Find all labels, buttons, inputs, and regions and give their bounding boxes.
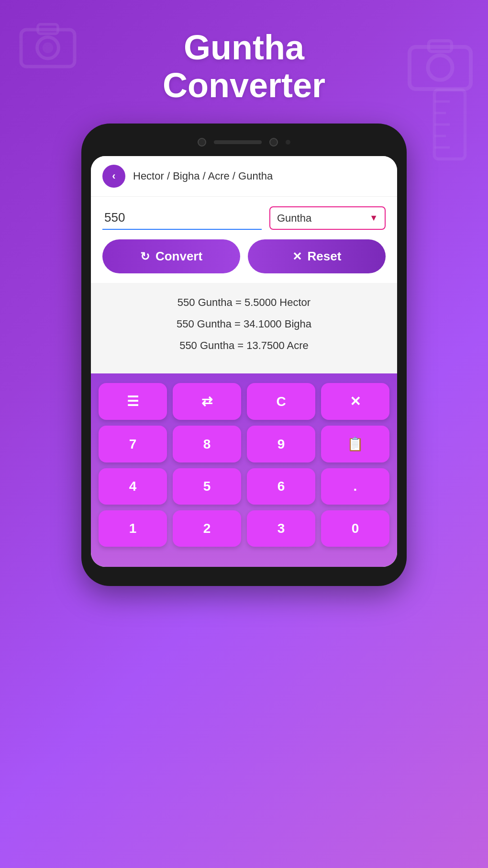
key-8[interactable]: 8 — [173, 426, 241, 462]
svg-point-3 — [43, 43, 53, 53]
phone-mockup: ‹ Hector / Bigha / Acre / Guntha Guntha … — [81, 124, 407, 586]
key-menu[interactable]: ☰ — [99, 383, 167, 420]
key-2-label: 2 — [203, 521, 211, 536]
keyboard: ☰ ⇄ C ✕ 7 8 — [91, 373, 397, 567]
key-9-label: 9 — [277, 437, 285, 452]
phone-camera-left — [198, 138, 206, 147]
delete-icon: ✕ — [350, 394, 361, 409]
key-dot[interactable]: . — [321, 468, 389, 505]
back-button[interactable]: ‹ — [102, 165, 125, 188]
key-5[interactable]: 5 — [173, 468, 241, 505]
unit-select[interactable]: Guntha ▼ — [269, 206, 386, 230]
reset-label: Reset — [308, 249, 342, 264]
phone-camera-right — [269, 138, 278, 147]
key-6[interactable]: 6 — [247, 468, 315, 505]
svg-rect-0 — [21, 30, 75, 67]
result-line-2: 550 Guntha = 34.1000 Bigha — [100, 316, 388, 332]
convert-icon: ↻ — [140, 250, 150, 263]
reset-button[interactable]: ✕ Reset — [248, 239, 386, 273]
key-3-label: 3 — [277, 521, 285, 536]
key-clear[interactable]: C — [247, 383, 315, 420]
phone-speaker — [214, 140, 262, 144]
back-icon: ‹ — [112, 171, 115, 181]
reset-icon: ✕ — [292, 250, 302, 263]
swap-icon: ⇄ — [201, 394, 212, 409]
key-1-label: 1 — [129, 521, 137, 536]
key-3[interactable]: 3 — [247, 510, 315, 547]
convert-button[interactable]: ↻ Convert — [102, 239, 240, 273]
result-line-3: 550 Guntha = 13.7500 Acre — [100, 338, 388, 353]
convert-label: Convert — [155, 249, 202, 264]
key-swap[interactable]: ⇄ — [173, 383, 241, 420]
key-7-label: 7 — [129, 437, 137, 452]
results-area: 550 Guntha = 5.5000 Hector 550 Guntha = … — [91, 283, 397, 373]
key-5-label: 5 — [203, 479, 211, 494]
key-copy[interactable]: 📋 — [321, 426, 389, 462]
key-6-label: 6 — [277, 479, 285, 494]
phone-sensor — [286, 140, 290, 145]
keyboard-row-3: 4 5 6 . — [99, 468, 389, 505]
key-7[interactable]: 7 — [99, 426, 167, 462]
svg-rect-2 — [38, 24, 58, 34]
dot-label: . — [354, 479, 357, 494]
keyboard-row-4: 1 2 3 0 — [99, 510, 389, 547]
action-buttons: ↻ Convert ✕ Reset — [91, 239, 397, 283]
key-4[interactable]: 4 — [99, 468, 167, 505]
app-nav-title: Hector / Bigha / Acre / Guntha — [133, 170, 273, 182]
svg-point-5 — [428, 56, 452, 80]
key-0[interactable]: 0 — [321, 510, 389, 547]
svg-rect-6 — [429, 41, 452, 51]
key-delete[interactable]: ✕ — [321, 383, 389, 420]
key-4-label: 4 — [129, 479, 137, 494]
copy-icon: 📋 — [347, 436, 364, 452]
keyboard-row-1: ☰ ⇄ C ✕ — [99, 383, 389, 420]
svg-point-1 — [37, 37, 59, 58]
key-0-label: 0 — [352, 521, 359, 536]
key-9[interactable]: 9 — [247, 426, 315, 462]
svg-rect-4 — [410, 47, 471, 89]
number-input[interactable] — [102, 206, 262, 230]
phone-screen: ‹ Hector / Bigha / Acre / Guntha Guntha … — [91, 156, 397, 567]
menu-icon: ☰ — [127, 394, 139, 409]
key-2[interactable]: 2 — [173, 510, 241, 547]
app-header: ‹ Hector / Bigha / Acre / Guntha — [91, 156, 397, 197]
key-8-label: 8 — [203, 437, 211, 452]
page-title: Guntha Converter — [163, 29, 325, 104]
input-area: Guntha ▼ — [91, 197, 397, 239]
dropdown-arrow-icon: ▼ — [369, 213, 378, 223]
unit-select-text: Guntha — [277, 212, 369, 225]
phone-notch — [91, 138, 397, 156]
result-line-1: 550 Guntha = 5.5000 Hector — [100, 294, 388, 310]
keyboard-row-2: 7 8 9 📋 — [99, 426, 389, 462]
key-1[interactable]: 1 — [99, 510, 167, 547]
clear-label: C — [276, 394, 286, 409]
svg-rect-7 — [434, 90, 465, 159]
